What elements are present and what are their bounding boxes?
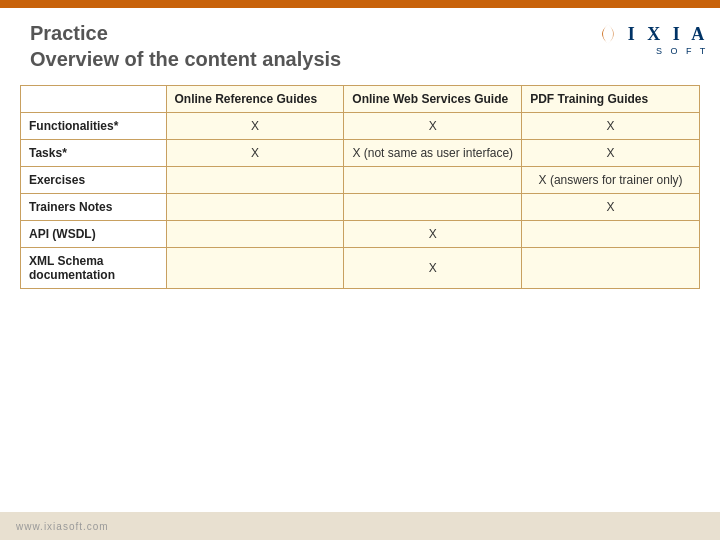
row-col2-0: X <box>344 113 522 140</box>
table-row: XML Schema documentationX <box>21 248 700 289</box>
table-row: Functionalities*XXX <box>21 113 700 140</box>
table-row: API (WSDL)X <box>21 221 700 248</box>
logo-soft-text: S O F T <box>592 46 709 56</box>
page-title: Practice Overview of the content analysi… <box>30 20 341 72</box>
row-label-5: XML Schema documentation <box>21 248 167 289</box>
page-title-line1: Practice <box>30 22 108 44</box>
row-col2-1: X (not same as user interface) <box>344 140 522 167</box>
row-col3-3: X <box>522 194 700 221</box>
row-col3-0: X <box>522 113 700 140</box>
page-title-area: Practice Overview of the content analysi… <box>30 20 341 72</box>
footer-url: www.ixiasoft.com <box>16 521 109 532</box>
logo-ixia-text: I X I A <box>628 24 709 45</box>
row-col1-5 <box>166 248 344 289</box>
row-col1-4 <box>166 221 344 248</box>
content-area: Online Reference Guides Online Web Servi… <box>20 85 700 505</box>
row-col2-2 <box>344 167 522 194</box>
row-col2-4: X <box>344 221 522 248</box>
row-label-1: Tasks* <box>21 140 167 167</box>
row-col2-5: X <box>344 248 522 289</box>
row-col1-0: X <box>166 113 344 140</box>
page-title-line2: Overview of the content analysis <box>30 48 341 70</box>
row-col3-4 <box>522 221 700 248</box>
table-row: ExercisesX (answers for trainer only) <box>21 167 700 194</box>
bottom-bar: www.ixiasoft.com <box>0 512 720 540</box>
row-label-3: Trainers Notes <box>21 194 167 221</box>
col-header-1: Online Reference Guides <box>166 86 344 113</box>
col-header-empty <box>21 86 167 113</box>
content-table: Online Reference Guides Online Web Servi… <box>20 85 700 289</box>
row-label-0: Functionalities* <box>21 113 167 140</box>
table-row: Trainers NotesX <box>21 194 700 221</box>
col-header-2: Online Web Services Guide <box>344 86 522 113</box>
logo-area: I X I A S O F T <box>590 8 710 68</box>
row-col3-1: X <box>522 140 700 167</box>
row-col1-1: X <box>166 140 344 167</box>
row-col1-2 <box>166 167 344 194</box>
row-col2-3 <box>344 194 522 221</box>
table-row: Tasks*XX (not same as user interface)X <box>21 140 700 167</box>
top-orange-bar <box>0 0 720 8</box>
col-header-3: PDF Training Guides <box>522 86 700 113</box>
row-label-4: API (WSDL) <box>21 221 167 248</box>
row-col3-2: X (answers for trainer only) <box>522 167 700 194</box>
row-col1-3 <box>166 194 344 221</box>
row-label-2: Exercises <box>21 167 167 194</box>
row-col3-5 <box>522 248 700 289</box>
logo-icon <box>592 20 624 48</box>
